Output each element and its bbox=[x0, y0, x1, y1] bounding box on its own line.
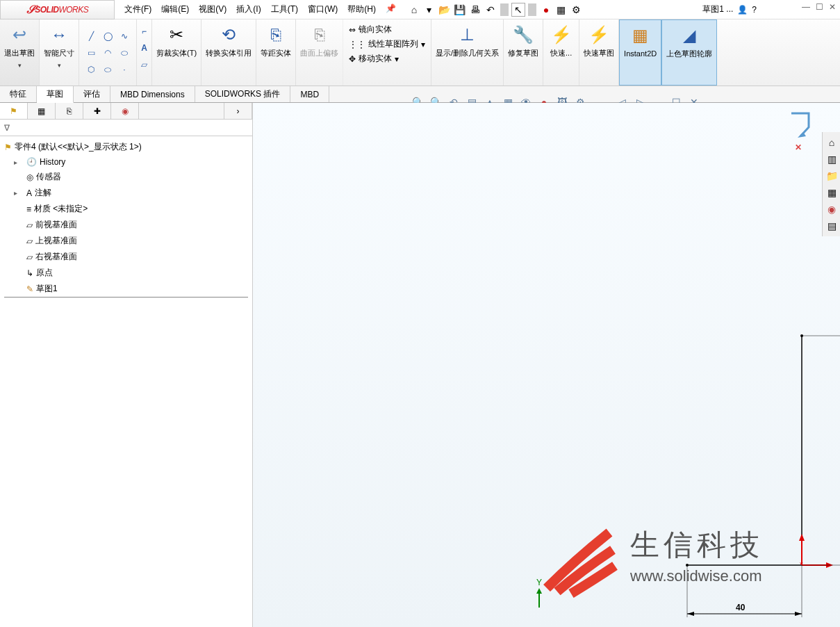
graphics-area[interactable]: * 80 40 ✕ Y bbox=[253, 103, 840, 627]
sketch-tools-grid: ╱◯∿ ▭◠⬭ ⬡⬭· bbox=[79, 19, 137, 86]
tree-top-plane[interactable]: ▱上视基准面 bbox=[4, 233, 248, 249]
file-explorer-tab-icon[interactable]: 📁 bbox=[824, 168, 839, 184]
offset-icon: ⎘ bbox=[271, 22, 281, 47]
confirm-sketch-icon[interactable] bbox=[791, 113, 809, 136]
help-icon[interactable]: ? bbox=[752, 5, 757, 15]
watermark: 生信科技 www.solidwise.com bbox=[630, 526, 764, 585]
menu-view[interactable]: 视图(V) bbox=[195, 1, 231, 18]
expand-icon[interactable]: ▸ bbox=[14, 189, 24, 197]
tree-front-plane[interactable]: ▱前视基准面 bbox=[4, 217, 248, 233]
line-tool-icon[interactable]: ╱ bbox=[83, 31, 99, 41]
pattern-group: ⇔镜向实体 ⋮⋮线性草图阵列▾ ✥移动实体▾ bbox=[343, 19, 431, 86]
feature-tree-tab-icon[interactable]: ⚑ bbox=[0, 103, 28, 119]
ellipse-tool-icon[interactable]: ⬭ bbox=[117, 48, 132, 58]
print-icon[interactable]: 🖶 bbox=[468, 3, 482, 17]
main-menu: 文件(F) 编辑(E) 视图(V) 插入(I) 工具(T) 窗口(W) 帮助(H… bbox=[120, 1, 400, 18]
rapid-button[interactable]: ⚡ 快速... bbox=[543, 19, 579, 86]
offset-button[interactable]: ⎘ 等距实体 bbox=[256, 19, 296, 86]
user-icon[interactable]: 👤 bbox=[737, 5, 748, 15]
tree-right-plane[interactable]: ▱右视基准面 bbox=[4, 249, 248, 265]
slot-tool-icon[interactable]: ⬭ bbox=[100, 65, 115, 74]
tab-evaluate[interactable]: 评估 bbox=[74, 86, 110, 102]
tree-sensors[interactable]: ◎传感器 bbox=[4, 169, 248, 185]
convert-icon: ⟲ bbox=[222, 22, 236, 47]
dimxpert-tab-icon[interactable]: ✚ bbox=[83, 103, 111, 119]
material-icon: ≡ bbox=[26, 204, 31, 214]
text-tool-icon[interactable]: A bbox=[141, 43, 147, 53]
tree-filter[interactable]: ∇ bbox=[0, 120, 252, 136]
document-title-area: 草图1 ... 👤 ? bbox=[702, 3, 757, 15]
menu-edit[interactable]: 编辑(E) bbox=[157, 1, 193, 18]
open-icon[interactable]: 📂 bbox=[438, 3, 452, 17]
fillet-tool-icon[interactable]: ⌐ bbox=[142, 26, 147, 36]
menu-help[interactable]: 帮助(H) bbox=[343, 1, 380, 18]
plane-icon: ▱ bbox=[26, 236, 33, 246]
menu-file[interactable]: 文件(F) bbox=[120, 1, 156, 18]
tree-origin[interactable]: ↳原点 bbox=[4, 265, 248, 281]
horizontal-dimension[interactable]: 40 bbox=[736, 603, 746, 612]
circle-tool-icon[interactable]: ◯ bbox=[100, 31, 115, 41]
spline-tool-icon[interactable]: ∿ bbox=[117, 31, 132, 41]
sketch-icon: ✎ bbox=[26, 284, 33, 294]
move-entity-button[interactable]: ✥移动实体▾ bbox=[349, 53, 399, 65]
cancel-sketch-icon[interactable]: ✕ bbox=[795, 142, 802, 152]
pin-icon[interactable]: 📌 bbox=[381, 1, 400, 18]
shaded-sketch-button[interactable]: ◢ 上色草图轮廓 bbox=[661, 19, 717, 86]
exit-sketch-button[interactable]: ↩ 退出草图 ▾ bbox=[0, 19, 40, 86]
save-icon[interactable]: 💾 bbox=[453, 3, 467, 17]
display-relations-button[interactable]: ⊥ 显示/删除几何关系 bbox=[431, 19, 504, 86]
display-tab-icon[interactable]: ◉ bbox=[111, 103, 139, 119]
tree-annotations[interactable]: ▸A注解 bbox=[4, 185, 248, 201]
instant2d-button[interactable]: ▦ Instant2D bbox=[619, 19, 661, 86]
home-icon[interactable]: ⌂ bbox=[407, 3, 421, 17]
tree-material[interactable]: ≡材质 <未指定> bbox=[4, 201, 248, 217]
tab-sketch[interactable]: 草图 bbox=[37, 86, 74, 103]
design-lib-tab-icon[interactable]: ▥ bbox=[824, 152, 839, 167]
rapid-sketch-button[interactable]: ⚡ 快速草图 bbox=[579, 19, 619, 86]
plane-tool-icon[interactable]: ▱ bbox=[141, 60, 147, 70]
polygon-tool-icon[interactable]: ⬡ bbox=[83, 65, 99, 74]
tab-addins[interactable]: SOLIDWORKS 插件 bbox=[195, 86, 291, 102]
menu-window[interactable]: 窗口(W) bbox=[304, 1, 342, 18]
surface-offset-button[interactable]: ⎘ 曲面上偏移 bbox=[296, 19, 343, 86]
resources-tab-icon[interactable]: ⌂ bbox=[824, 135, 839, 150]
menu-insert[interactable]: 插入(I) bbox=[232, 1, 265, 18]
tree-root[interactable]: ⚑零件4 (默认<<默认>_显示状态 1>) bbox=[4, 139, 248, 155]
custom-props-tab-icon[interactable]: ▤ bbox=[824, 218, 839, 234]
rect-tool-icon[interactable]: ▭ bbox=[83, 48, 99, 58]
tree-history[interactable]: ▸🕘History bbox=[4, 155, 248, 169]
panel-expand-icon[interactable]: › bbox=[224, 103, 252, 119]
appearances-tab-icon[interactable]: ◉ bbox=[824, 202, 839, 217]
linear-pattern-icon: ⋮⋮ bbox=[349, 40, 365, 49]
panel-tabs: ⚑ ▦ ⎘ ✚ ◉ › bbox=[0, 103, 252, 120]
view-palette-tab-icon[interactable]: ▦ bbox=[824, 185, 839, 200]
options-icon[interactable]: ▦ bbox=[554, 3, 568, 17]
tab-mbd-dim[interactable]: MBD Dimensions bbox=[110, 86, 195, 102]
close-button[interactable]: ✕ bbox=[829, 2, 836, 12]
tab-mbd[interactable]: MBD bbox=[290, 86, 329, 102]
document-title[interactable]: 草图1 ... bbox=[702, 3, 733, 15]
svg-marker-14 bbox=[795, 612, 802, 616]
new-icon[interactable]: ▾ bbox=[422, 3, 436, 17]
smart-dimension-button[interactable]: ↔ 智能尺寸 ▾ bbox=[40, 19, 79, 86]
tab-features[interactable]: 特征 bbox=[0, 86, 37, 102]
expand-icon[interactable]: ▸ bbox=[14, 158, 24, 166]
mirror-button[interactable]: ⇔镜向实体 bbox=[349, 24, 392, 35]
plane-icon: ▱ bbox=[26, 252, 33, 262]
linear-pattern-button[interactable]: ⋮⋮线性草图阵列▾ bbox=[349, 38, 425, 50]
menu-tools[interactable]: 工具(T) bbox=[267, 1, 302, 18]
point-tool-icon[interactable]: · bbox=[117, 65, 132, 74]
repair-sketch-button[interactable]: 🔧 修复草图 bbox=[504, 19, 543, 86]
tree-sketch1[interactable]: ✎草图1 bbox=[4, 281, 248, 298]
trim-button[interactable]: ✂ 剪裁实体(T) bbox=[152, 19, 201, 86]
config-tab-icon[interactable]: ⎘ bbox=[56, 103, 83, 119]
undo-icon[interactable]: ↶ bbox=[484, 3, 497, 17]
gear-icon[interactable]: ⚙ bbox=[570, 3, 584, 17]
property-tab-icon[interactable]: ▦ bbox=[28, 103, 56, 119]
maximize-button[interactable]: ☐ bbox=[816, 2, 823, 12]
rebuild-icon[interactable]: ● bbox=[539, 3, 553, 17]
select-icon[interactable]: ↖ bbox=[511, 3, 525, 17]
minimize-button[interactable]: — bbox=[802, 2, 810, 12]
arc-tool-icon[interactable]: ◠ bbox=[100, 48, 115, 58]
convert-button[interactable]: ⟲ 转换实体引用 bbox=[201, 19, 256, 86]
